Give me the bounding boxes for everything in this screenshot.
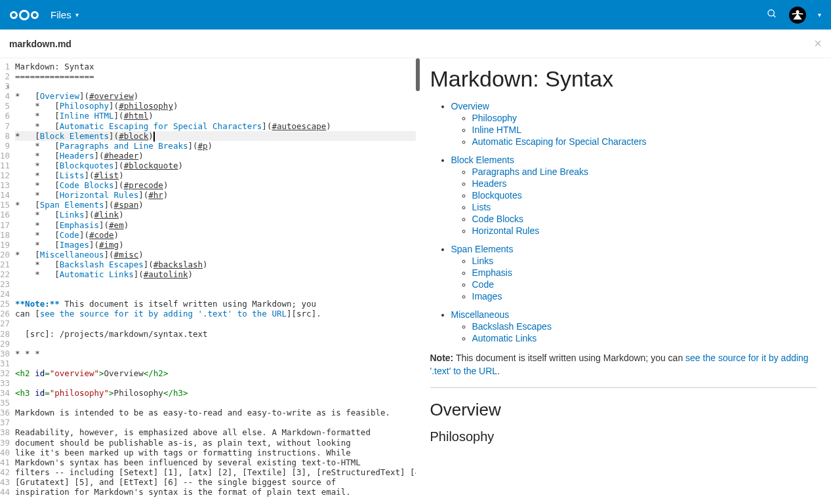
code-line[interactable] <box>15 417 415 427</box>
toc-link[interactable]: Code <box>472 279 494 290</box>
logo-icon[interactable] <box>10 10 39 20</box>
toc-item: MiscellaneousBackslash EscapesAutomatic … <box>451 309 817 343</box>
code-line[interactable]: * [Horizontal Rules](#hr) <box>15 190 415 200</box>
toc-subitem: Inline HTML <box>472 125 817 135</box>
code-line[interactable] <box>15 398 415 408</box>
line-number: 21 <box>0 260 10 269</box>
toc-link[interactable]: Emphasis <box>472 267 512 278</box>
code-line[interactable]: <h2 id="overview">Overview</h2> <box>15 368 415 378</box>
code-line[interactable]: * [Automatic Escaping for Special Charac… <box>15 121 415 131</box>
line-number: 29 <box>0 339 10 349</box>
code-line[interactable]: * [Inline HTML](#html) <box>15 111 415 121</box>
toc-link[interactable]: Span Elements <box>451 244 514 254</box>
user-menu-caret-icon[interactable]: ▾ <box>818 11 821 18</box>
code-line[interactable]: ================ <box>15 71 415 81</box>
toc-link[interactable]: Overview <box>451 101 489 111</box>
line-number: 20 <box>0 250 10 260</box>
code-line[interactable]: * [Code](#code) <box>15 230 415 240</box>
line-number: 8 <box>0 131 10 141</box>
close-icon[interactable]: × <box>814 36 822 51</box>
line-number: 22 <box>0 269 10 279</box>
code-line[interactable]: inspiration for Markdown's syntax is the… <box>15 487 415 497</box>
code-line[interactable] <box>15 289 415 299</box>
toc-link[interactable]: Headers <box>472 178 507 189</box>
code-line[interactable]: [src]: /projects/markdown/syntax.text <box>15 329 415 339</box>
code-line[interactable]: **Note:** This document is itself writte… <box>15 299 415 309</box>
app-menu[interactable]: Files ▾ <box>51 9 79 20</box>
code-line[interactable]: * [Emphasis](#em) <box>15 220 415 230</box>
line-number: 30 <box>0 349 10 359</box>
code-line[interactable]: * [Overview](#overview) <box>15 91 415 101</box>
code-line[interactable] <box>15 81 415 91</box>
code-line[interactable]: * [Backslash Escapes](#backslash) <box>15 260 415 269</box>
search-icon[interactable] <box>767 9 777 21</box>
toc-link[interactable]: Horizontal Rules <box>472 225 540 236</box>
toc-link[interactable]: Lists <box>472 202 491 212</box>
line-number: 3 <box>0 81 10 91</box>
code-line[interactable]: * [Blockquotes](#blockquote) <box>15 161 415 170</box>
toc-link[interactable]: Images <box>472 291 502 301</box>
toc-link[interactable]: Links <box>472 256 494 266</box>
toc-link[interactable]: Backslash Escapes <box>472 321 552 332</box>
toc-link[interactable]: Block Elements <box>451 155 514 165</box>
code-line[interactable]: * [Links](#link) <box>15 210 415 220</box>
code-line[interactable]: document should be publishable as-is, as… <box>15 438 415 448</box>
code-line[interactable]: * [Images](#img) <box>15 240 415 250</box>
code-line[interactable] <box>15 378 415 388</box>
code-line[interactable]: * [Headers](#header) <box>15 151 415 161</box>
code-line[interactable]: Markdown is intended to be as easy-to-re… <box>15 408 415 417</box>
code-line[interactable]: * [Code Blocks](#precode) <box>15 180 415 190</box>
line-number: 37 <box>0 417 10 427</box>
line-number: 5 <box>0 101 10 111</box>
code-line[interactable]: <h3 id="philosophy">Philosophy</h3> <box>15 388 415 398</box>
code-line[interactable] <box>15 319 415 328</box>
code-line[interactable] <box>15 359 415 368</box>
toc-link[interactable]: Code Blocks <box>472 214 524 224</box>
toc-subitem: Links <box>472 256 817 266</box>
line-number: 18 <box>0 230 10 240</box>
code-line[interactable]: * [Automatic Links](#autolink) <box>15 269 415 279</box>
toc-subitem: Automatic Escaping for Special Character… <box>472 136 817 147</box>
code-line[interactable]: Markdown: Syntax <box>15 62 415 71</box>
line-number: 23 <box>0 279 10 289</box>
code-line[interactable]: like it's been marked up with tags or fo… <box>15 448 415 457</box>
code-line[interactable]: * * * <box>15 349 415 359</box>
code-line[interactable]: Readability, however, is emphasized abov… <box>15 427 415 437</box>
code-line[interactable]: can [see the source for it by adding '.t… <box>15 309 415 319</box>
user-avatar[interactable] <box>789 7 806 24</box>
preview-h2: Overview <box>430 400 817 420</box>
toc-subitem: Philosophy <box>472 113 817 123</box>
code-line[interactable]: * [Miscellaneous](#misc) <box>15 250 415 260</box>
line-number: 33 <box>0 378 10 388</box>
line-number: 41 <box>0 457 10 467</box>
code-line[interactable]: * [Paragraphs and Line Breaks](#p) <box>15 141 415 151</box>
line-number: 32 <box>0 368 10 378</box>
editor-pane[interactable]: 12 ▾345678910111213141516171819202122232… <box>0 58 416 504</box>
code-line[interactable] <box>15 279 415 289</box>
line-number: 24 <box>0 289 10 299</box>
preview-h1: Markdown: Syntax <box>430 66 817 92</box>
toc-subitem: Blockquotes <box>472 190 817 201</box>
toc-link[interactable]: Paragraphs and Line Breaks <box>472 166 588 177</box>
preview-scrollbar[interactable] <box>416 58 420 91</box>
line-number: 31 <box>0 359 10 368</box>
toc-item: Span ElementsLinksEmphasisCodeImages <box>451 244 817 301</box>
code-line[interactable]: * [Block Elements](#block) <box>15 131 415 141</box>
code-line[interactable]: [Grutatext] [5], and [EtText] [6] -- the… <box>15 477 415 487</box>
toc-link[interactable]: Blockquotes <box>472 190 522 201</box>
toc-link[interactable]: Inline HTML <box>472 125 521 135</box>
code-line[interactable] <box>15 339 415 349</box>
code-area[interactable]: Markdown: Syntax================* [Overv… <box>15 58 415 504</box>
toc-link[interactable]: Automatic Escaping for Special Character… <box>472 136 647 147</box>
toc-link[interactable]: Automatic Links <box>472 333 537 343</box>
toc-link[interactable]: Philosophy <box>472 113 517 123</box>
note-paragraph: Note: This document is itself written us… <box>430 351 817 378</box>
code-line[interactable]: * [Lists](#list) <box>15 170 415 180</box>
code-line[interactable]: * [Span Elements](#span) <box>15 200 415 210</box>
line-number: 6 <box>0 111 10 121</box>
toc-link[interactable]: Miscellaneous <box>451 309 510 320</box>
code-line[interactable]: Markdown's syntax has been influenced by… <box>15 457 415 467</box>
code-line[interactable]: filters -- including [Setext] [1], [atx]… <box>15 467 415 477</box>
line-number: 26 <box>0 309 10 319</box>
code-line[interactable]: * [Philosophy](#philosophy) <box>15 101 415 111</box>
